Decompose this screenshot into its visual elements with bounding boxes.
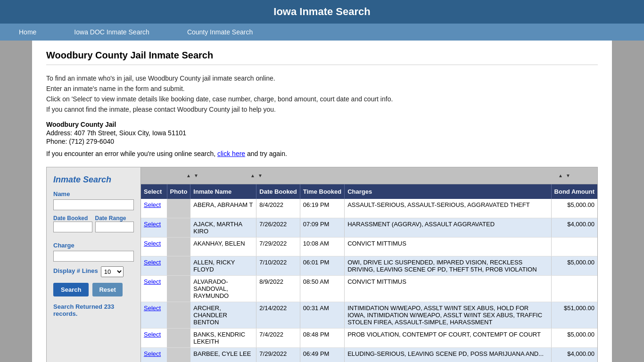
intro-line-3: Click on 'Select' to view inmate details…	[46, 95, 598, 103]
inmate-name: ABERA, ABRAHAM T	[190, 199, 256, 218]
jail-name: Woodbury County Jail	[46, 121, 116, 128]
reset-button[interactable]: Reset	[92, 283, 122, 296]
jail-info: Woodbury County Jail Address: 407 7th St…	[46, 121, 598, 145]
charges: CONVICT MITTIMUS	[345, 237, 551, 256]
name-input[interactable]	[53, 199, 134, 210]
bond-amount: $51,000.00	[551, 302, 597, 328]
time-booked: 06:19 PM	[300, 199, 344, 218]
jail-phone: Phone: (712) 279-6040	[46, 138, 598, 145]
intro-line-1: To find an inmate who's in jail, use Woo…	[46, 74, 598, 82]
charges: INTIMIDATION W/WEAPO, ASSLT W/INT SEX AB…	[345, 302, 551, 328]
inmate-table: Select Photo Inmate Name Date Booked Tim…	[141, 184, 597, 362]
bond-amount: $4,000.00	[551, 218, 597, 237]
select-button[interactable]: Select	[144, 304, 161, 312]
date-booked-label: Date Booked	[53, 215, 92, 222]
date-booked: 7/4/2022	[256, 328, 300, 347]
time-booked: 08:48 PM	[300, 328, 344, 347]
table-row: SelectBANKS, KENDRIC LEKEITH7/4/202208:4…	[141, 328, 597, 347]
col-header-charges: Charges	[345, 184, 551, 199]
select-button[interactable]: Select	[144, 201, 161, 208]
col-header-bond: Bond Amount	[551, 184, 597, 199]
charges: PROB VIOLATION, CONTEMPT OF COURT, CONTE…	[345, 328, 551, 347]
sort-bond-down[interactable]: ▼	[565, 173, 571, 179]
time-booked: 06:49 PM	[300, 347, 344, 362]
table-row: SelectALLEN, RICKY FLOYD7/10/202206:01 P…	[141, 256, 597, 275]
inmate-name: ALLEN, RICKY FLOYD	[190, 256, 256, 275]
date-range-input[interactable]	[95, 222, 134, 232]
button-row: Search Reset	[53, 283, 134, 296]
search-table-container: Inmate Search Name Date Booked Date Rang…	[46, 167, 598, 362]
display-lines-select[interactable]: 10 25 50 100	[101, 266, 124, 277]
date-booked: 7/29/2022	[256, 237, 300, 256]
charges: ASSAULT-SERIOUS, ASSAULT-SERIOUS, AGGRAV…	[345, 199, 551, 218]
date-range-label: Date Range	[95, 215, 134, 222]
photo-cell	[167, 199, 190, 218]
date-row: Date Booked Date Range	[53, 215, 134, 237]
jail-address: Address: 407 7th Street, Sioux City, Iow…	[46, 129, 598, 137]
date-booked-input[interactable]	[53, 222, 92, 232]
bond-amount: $4,000.00	[551, 347, 597, 362]
select-button[interactable]: Select	[144, 259, 161, 266]
error-link[interactable]: click here	[217, 150, 245, 157]
inmate-name: BANKS, KENDRIC LEKEITH	[190, 328, 256, 347]
main-content-area: Woodbury County Jail Inmate Search To fi…	[32, 41, 612, 362]
page-header: Iowa Inmate Search	[0, 0, 644, 24]
date-range-group: Date Range	[95, 215, 134, 237]
inmate-name: AJACK, MARTHA KIRO	[190, 218, 256, 237]
charges: CONVICT MITTIMUS	[345, 275, 551, 302]
table-row: SelectAKANHAY, BELEN7/29/202210:08 AMCON…	[141, 237, 597, 256]
sort-date-down[interactable]: ▼	[257, 173, 264, 179]
select-button[interactable]: Select	[144, 331, 161, 338]
select-button[interactable]: Select	[144, 278, 161, 285]
select-button[interactable]: Select	[144, 350, 161, 357]
photo-cell	[167, 328, 190, 347]
charges: OWI, DRIVE LIC SUSPENDED, IMPARED VISION…	[345, 256, 551, 275]
table-row: SelectALVARADO-SANDOVAL, RAYMUNDO8/9/202…	[141, 275, 597, 302]
sort-bond-up[interactable]: ▲	[557, 173, 564, 179]
charge-label: Charge	[53, 242, 134, 249]
display-lines-row: Display # Lines 10 25 50 100	[53, 266, 134, 277]
time-booked: 08:50 AM	[300, 275, 344, 302]
time-booked: 00:31 AM	[300, 302, 344, 328]
table-row: SelectAJACK, MARTHA KIRO7/26/202207:09 P…	[141, 218, 597, 237]
sort-name-down[interactable]: ▼	[193, 173, 199, 179]
bond-amount	[551, 237, 597, 256]
bond-amount: $5,000.00	[551, 328, 597, 347]
col-header-time: Time Booked	[300, 184, 344, 199]
date-booked: 2/14/2022	[256, 302, 300, 328]
nav-county-search[interactable]: County Inmate Search	[168, 24, 272, 41]
charges: ELUDING-SERIOUS, LEAVING SCENE PD, POSS …	[345, 347, 551, 362]
charge-input[interactable]	[53, 251, 134, 262]
col-header-photo: Photo	[167, 184, 190, 199]
search-panel-title: Inmate Search	[53, 175, 134, 185]
page-title: Woodbury County Jail Inmate Search	[46, 50, 598, 65]
select-button[interactable]: Select	[144, 240, 161, 247]
intro-line-4: If you cannot find the inmate, please co…	[46, 106, 598, 113]
sort-date-up[interactable]: ▲	[249, 173, 256, 179]
nav-home[interactable]: Home	[0, 24, 55, 41]
select-button[interactable]: Select	[144, 221, 161, 228]
col-header-select: Select	[141, 184, 167, 199]
bond-amount: $5,000.00	[551, 199, 597, 218]
photo-cell	[167, 302, 190, 328]
table-row: SelectARCHER, CHANDLER BENTON2/14/202200…	[141, 302, 597, 328]
photo-cell	[167, 256, 190, 275]
error-suffix: and try again.	[245, 150, 287, 157]
photo-cell	[167, 275, 190, 302]
site-title: Iowa Inmate Search	[0, 6, 644, 18]
inmate-name: AKANHAY, BELEN	[190, 237, 256, 256]
photo-cell	[167, 237, 190, 256]
name-label: Name	[53, 190, 134, 197]
photo-cell	[167, 347, 190, 362]
sort-name-up[interactable]: ▲	[185, 173, 192, 179]
inmate-table-area: ▲ ▼ ▲ ▼ ▲ ▼	[141, 167, 597, 362]
time-booked: 10:08 AM	[300, 237, 344, 256]
error-note: If you encounter an error while you're u…	[46, 150, 598, 157]
error-prefix: If you encounter an error while you're u…	[46, 150, 217, 157]
inmate-name: ARCHER, CHANDLER BENTON	[190, 302, 256, 328]
time-booked: 07:09 PM	[300, 218, 344, 237]
search-button[interactable]: Search	[53, 283, 89, 296]
date-booked: 7/29/2022	[256, 347, 300, 362]
nav-doc-search[interactable]: Iowa DOC Inmate Search	[55, 24, 168, 41]
date-booked: 7/26/2022	[256, 218, 300, 237]
